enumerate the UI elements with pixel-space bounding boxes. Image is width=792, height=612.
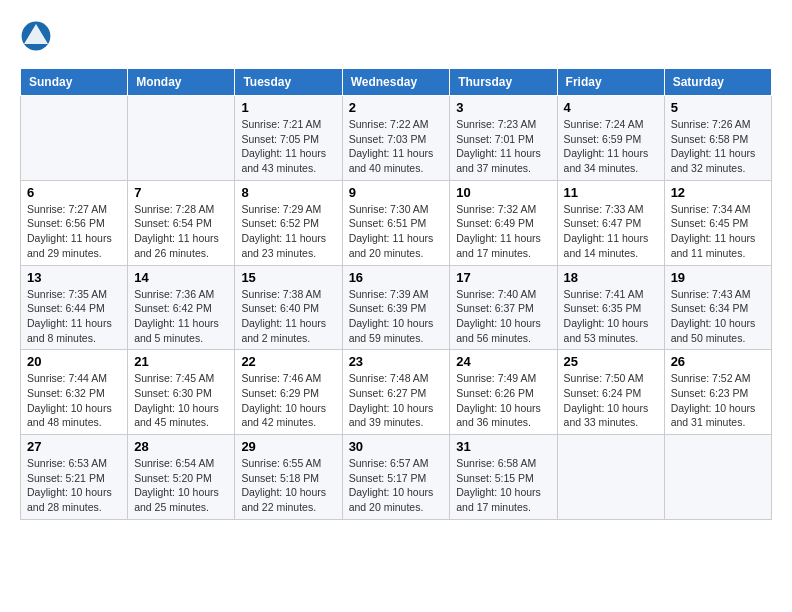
day-number: 7 (134, 185, 228, 200)
calendar-cell: 10Sunrise: 7:32 AMSunset: 6:49 PMDayligh… (450, 180, 557, 265)
day-info: Sunrise: 7:32 AMSunset: 6:49 PMDaylight:… (456, 202, 550, 261)
calendar-week-5: 27Sunrise: 6:53 AMSunset: 5:21 PMDayligh… (21, 435, 772, 520)
day-number: 10 (456, 185, 550, 200)
calendar-cell: 27Sunrise: 6:53 AMSunset: 5:21 PMDayligh… (21, 435, 128, 520)
day-info: Sunrise: 7:33 AMSunset: 6:47 PMDaylight:… (564, 202, 658, 261)
calendar-week-4: 20Sunrise: 7:44 AMSunset: 6:32 PMDayligh… (21, 350, 772, 435)
calendar-cell: 12Sunrise: 7:34 AMSunset: 6:45 PMDayligh… (664, 180, 771, 265)
calendar-cell: 19Sunrise: 7:43 AMSunset: 6:34 PMDayligh… (664, 265, 771, 350)
calendar-cell: 21Sunrise: 7:45 AMSunset: 6:30 PMDayligh… (128, 350, 235, 435)
calendar-cell: 4Sunrise: 7:24 AMSunset: 6:59 PMDaylight… (557, 96, 664, 181)
calendar-header-saturday: Saturday (664, 69, 771, 96)
calendar-cell: 20Sunrise: 7:44 AMSunset: 6:32 PMDayligh… (21, 350, 128, 435)
day-number: 31 (456, 439, 550, 454)
logo (20, 20, 56, 52)
calendar-header-friday: Friday (557, 69, 664, 96)
day-number: 8 (241, 185, 335, 200)
day-number: 16 (349, 270, 444, 285)
calendar-cell: 17Sunrise: 7:40 AMSunset: 6:37 PMDayligh… (450, 265, 557, 350)
calendar-cell: 22Sunrise: 7:46 AMSunset: 6:29 PMDayligh… (235, 350, 342, 435)
day-info: Sunrise: 7:52 AMSunset: 6:23 PMDaylight:… (671, 371, 765, 430)
calendar-week-1: 1Sunrise: 7:21 AMSunset: 7:05 PMDaylight… (21, 96, 772, 181)
calendar-header-thursday: Thursday (450, 69, 557, 96)
day-info: Sunrise: 7:41 AMSunset: 6:35 PMDaylight:… (564, 287, 658, 346)
calendar-header-tuesday: Tuesday (235, 69, 342, 96)
day-number: 30 (349, 439, 444, 454)
calendar-cell: 23Sunrise: 7:48 AMSunset: 6:27 PMDayligh… (342, 350, 450, 435)
calendar-week-3: 13Sunrise: 7:35 AMSunset: 6:44 PMDayligh… (21, 265, 772, 350)
day-number: 9 (349, 185, 444, 200)
day-info: Sunrise: 6:58 AMSunset: 5:15 PMDaylight:… (456, 456, 550, 515)
calendar-cell: 30Sunrise: 6:57 AMSunset: 5:17 PMDayligh… (342, 435, 450, 520)
day-info: Sunrise: 7:24 AMSunset: 6:59 PMDaylight:… (564, 117, 658, 176)
logo-icon (20, 20, 52, 52)
day-info: Sunrise: 7:28 AMSunset: 6:54 PMDaylight:… (134, 202, 228, 261)
day-number: 21 (134, 354, 228, 369)
calendar-cell: 11Sunrise: 7:33 AMSunset: 6:47 PMDayligh… (557, 180, 664, 265)
calendar-cell: 8Sunrise: 7:29 AMSunset: 6:52 PMDaylight… (235, 180, 342, 265)
calendar-cell: 13Sunrise: 7:35 AMSunset: 6:44 PMDayligh… (21, 265, 128, 350)
day-info: Sunrise: 7:43 AMSunset: 6:34 PMDaylight:… (671, 287, 765, 346)
calendar-cell: 31Sunrise: 6:58 AMSunset: 5:15 PMDayligh… (450, 435, 557, 520)
calendar-cell: 7Sunrise: 7:28 AMSunset: 6:54 PMDaylight… (128, 180, 235, 265)
day-info: Sunrise: 7:21 AMSunset: 7:05 PMDaylight:… (241, 117, 335, 176)
day-info: Sunrise: 7:34 AMSunset: 6:45 PMDaylight:… (671, 202, 765, 261)
day-info: Sunrise: 7:35 AMSunset: 6:44 PMDaylight:… (27, 287, 121, 346)
day-number: 23 (349, 354, 444, 369)
day-number: 1 (241, 100, 335, 115)
day-number: 2 (349, 100, 444, 115)
day-info: Sunrise: 7:27 AMSunset: 6:56 PMDaylight:… (27, 202, 121, 261)
calendar-header-sunday: Sunday (21, 69, 128, 96)
day-info: Sunrise: 7:46 AMSunset: 6:29 PMDaylight:… (241, 371, 335, 430)
calendar-cell: 2Sunrise: 7:22 AMSunset: 7:03 PMDaylight… (342, 96, 450, 181)
day-info: Sunrise: 6:57 AMSunset: 5:17 PMDaylight:… (349, 456, 444, 515)
calendar-cell: 18Sunrise: 7:41 AMSunset: 6:35 PMDayligh… (557, 265, 664, 350)
day-number: 5 (671, 100, 765, 115)
day-info: Sunrise: 6:55 AMSunset: 5:18 PMDaylight:… (241, 456, 335, 515)
day-number: 4 (564, 100, 658, 115)
calendar-cell: 9Sunrise: 7:30 AMSunset: 6:51 PMDaylight… (342, 180, 450, 265)
calendar-cell: 16Sunrise: 7:39 AMSunset: 6:39 PMDayligh… (342, 265, 450, 350)
calendar-week-2: 6Sunrise: 7:27 AMSunset: 6:56 PMDaylight… (21, 180, 772, 265)
day-info: Sunrise: 7:48 AMSunset: 6:27 PMDaylight:… (349, 371, 444, 430)
day-info: Sunrise: 7:40 AMSunset: 6:37 PMDaylight:… (456, 287, 550, 346)
day-number: 26 (671, 354, 765, 369)
day-number: 20 (27, 354, 121, 369)
calendar-cell: 26Sunrise: 7:52 AMSunset: 6:23 PMDayligh… (664, 350, 771, 435)
day-info: Sunrise: 6:53 AMSunset: 5:21 PMDaylight:… (27, 456, 121, 515)
day-info: Sunrise: 6:54 AMSunset: 5:20 PMDaylight:… (134, 456, 228, 515)
calendar-cell (664, 435, 771, 520)
day-info: Sunrise: 7:26 AMSunset: 6:58 PMDaylight:… (671, 117, 765, 176)
calendar-table: SundayMondayTuesdayWednesdayThursdayFrid… (20, 68, 772, 520)
day-number: 19 (671, 270, 765, 285)
day-number: 25 (564, 354, 658, 369)
day-info: Sunrise: 7:29 AMSunset: 6:52 PMDaylight:… (241, 202, 335, 261)
calendar-cell: 5Sunrise: 7:26 AMSunset: 6:58 PMDaylight… (664, 96, 771, 181)
day-number: 22 (241, 354, 335, 369)
day-info: Sunrise: 7:36 AMSunset: 6:42 PMDaylight:… (134, 287, 228, 346)
calendar-header-wednesday: Wednesday (342, 69, 450, 96)
day-info: Sunrise: 7:50 AMSunset: 6:24 PMDaylight:… (564, 371, 658, 430)
day-number: 17 (456, 270, 550, 285)
day-number: 18 (564, 270, 658, 285)
day-number: 27 (27, 439, 121, 454)
calendar-cell: 1Sunrise: 7:21 AMSunset: 7:05 PMDaylight… (235, 96, 342, 181)
day-info: Sunrise: 7:23 AMSunset: 7:01 PMDaylight:… (456, 117, 550, 176)
day-number: 3 (456, 100, 550, 115)
page-header (20, 20, 772, 52)
day-info: Sunrise: 7:39 AMSunset: 6:39 PMDaylight:… (349, 287, 444, 346)
calendar-cell (128, 96, 235, 181)
calendar-cell: 29Sunrise: 6:55 AMSunset: 5:18 PMDayligh… (235, 435, 342, 520)
calendar-cell: 24Sunrise: 7:49 AMSunset: 6:26 PMDayligh… (450, 350, 557, 435)
day-info: Sunrise: 7:38 AMSunset: 6:40 PMDaylight:… (241, 287, 335, 346)
calendar-cell (557, 435, 664, 520)
day-number: 12 (671, 185, 765, 200)
day-info: Sunrise: 7:49 AMSunset: 6:26 PMDaylight:… (456, 371, 550, 430)
day-number: 28 (134, 439, 228, 454)
calendar-cell (21, 96, 128, 181)
calendar-cell: 28Sunrise: 6:54 AMSunset: 5:20 PMDayligh… (128, 435, 235, 520)
calendar-cell: 14Sunrise: 7:36 AMSunset: 6:42 PMDayligh… (128, 265, 235, 350)
calendar-cell: 3Sunrise: 7:23 AMSunset: 7:01 PMDaylight… (450, 96, 557, 181)
day-number: 24 (456, 354, 550, 369)
day-number: 29 (241, 439, 335, 454)
